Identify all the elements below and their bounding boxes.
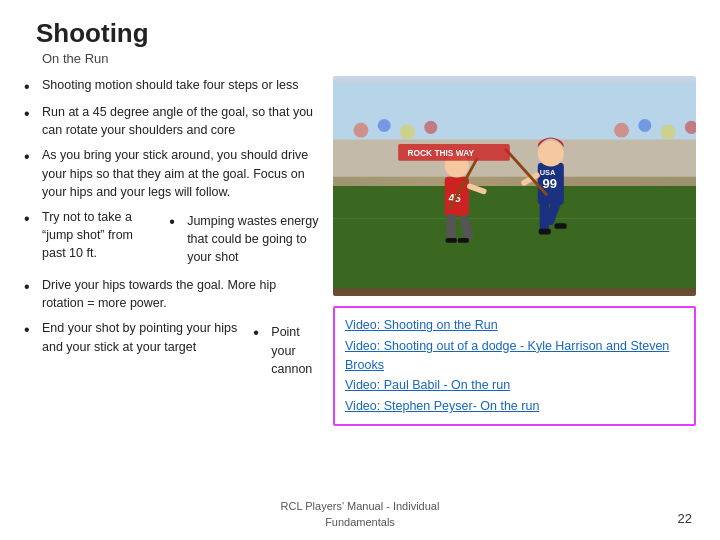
- bullet-text: Run at a 45 degree angle of the goal, so…: [42, 103, 319, 139]
- footer: RCL Players' Manual - Individual Fundame…: [24, 499, 696, 530]
- svg-point-23: [353, 123, 368, 138]
- svg-rect-12: [539, 229, 551, 235]
- sub-bullet-icon: •: [253, 323, 267, 342]
- main-content: •Shooting motion should take four steps …: [24, 76, 696, 491]
- svg-rect-19: [447, 214, 456, 240]
- video-links-box: Video: Shooting on the RunVideo: Shootin…: [333, 306, 696, 426]
- page-title: Shooting: [36, 18, 696, 49]
- svg-rect-22: [458, 238, 469, 243]
- svg-point-25: [400, 125, 415, 140]
- bullet-icon: •: [24, 77, 38, 96]
- page: Shooting On the Run •Shooting motion sho…: [0, 0, 720, 540]
- list-item: •Shooting motion should take four steps …: [24, 76, 319, 96]
- svg-point-27: [614, 123, 629, 138]
- svg-text:USA: USA: [540, 168, 556, 177]
- list-item: •As you bring your stick around, you sho…: [24, 146, 319, 200]
- player-scene-svg: 99 USA: [333, 76, 696, 296]
- sub-bullet-text: Point your cannon: [271, 323, 319, 377]
- bullet-text: Try not to take a “jump shot” from past …: [42, 208, 153, 262]
- sub-list-item: •Point your cannon: [253, 323, 319, 377]
- bullet-icon: •: [24, 104, 38, 123]
- video-link[interactable]: Video: Paul Babil - On the run: [345, 376, 684, 395]
- footer-text: RCL Players' Manual - Individual Fundame…: [281, 499, 440, 530]
- svg-text:ROCK THIS WAY: ROCK THIS WAY: [407, 148, 474, 158]
- svg-rect-1: [333, 139, 696, 186]
- list-item: •Run at a 45 degree angle of the goal, s…: [24, 103, 319, 139]
- bullet-text: Drive your hips towards the goal. More h…: [42, 276, 319, 312]
- right-column: 99 USA: [333, 76, 696, 491]
- list-item: •Drive your hips towards the goal. More …: [24, 276, 319, 312]
- video-link[interactable]: Video: Stephen Peyser- On the run: [345, 397, 684, 416]
- bullet-text: As you bring your stick around, you shou…: [42, 146, 319, 200]
- bullet-text: Shooting motion should take four steps o…: [42, 76, 298, 94]
- lacrosse-image: 99 USA: [333, 76, 696, 296]
- bullet-icon: •: [24, 147, 38, 166]
- sub-bullet-icon: •: [169, 212, 183, 231]
- left-column: •Shooting motion should take four steps …: [24, 76, 319, 491]
- svg-rect-2: [333, 186, 696, 288]
- page-subtitle: On the Run: [42, 51, 696, 66]
- svg-point-28: [638, 119, 651, 132]
- svg-point-29: [661, 125, 676, 140]
- svg-text:99: 99: [542, 176, 556, 191]
- sub-list-item: •Jumping wastes energy that could be goi…: [169, 212, 319, 266]
- list-item: •Try not to take a “jump shot” from past…: [24, 208, 319, 269]
- page-number: 22: [678, 511, 692, 526]
- bullet-text: End your shot by pointing your hips and …: [42, 319, 237, 355]
- video-link[interactable]: Video: Shooting out of a dodge - Kyle Ha…: [345, 337, 684, 375]
- list-item: •End your shot by pointing your hips and…: [24, 319, 319, 380]
- video-link[interactable]: Video: Shooting on the Run: [345, 316, 684, 335]
- svg-rect-21: [446, 238, 457, 243]
- svg-point-5: [538, 140, 564, 166]
- svg-point-24: [378, 119, 391, 132]
- bullet-icon: •: [24, 320, 38, 339]
- bullet-icon: •: [24, 209, 38, 228]
- svg-rect-13: [555, 223, 567, 229]
- bullet-icon: •: [24, 277, 38, 296]
- sub-bullet-text: Jumping wastes energy that could be goin…: [187, 212, 319, 266]
- svg-point-26: [424, 121, 437, 134]
- bullet-list: •Shooting motion should take four steps …: [24, 76, 319, 388]
